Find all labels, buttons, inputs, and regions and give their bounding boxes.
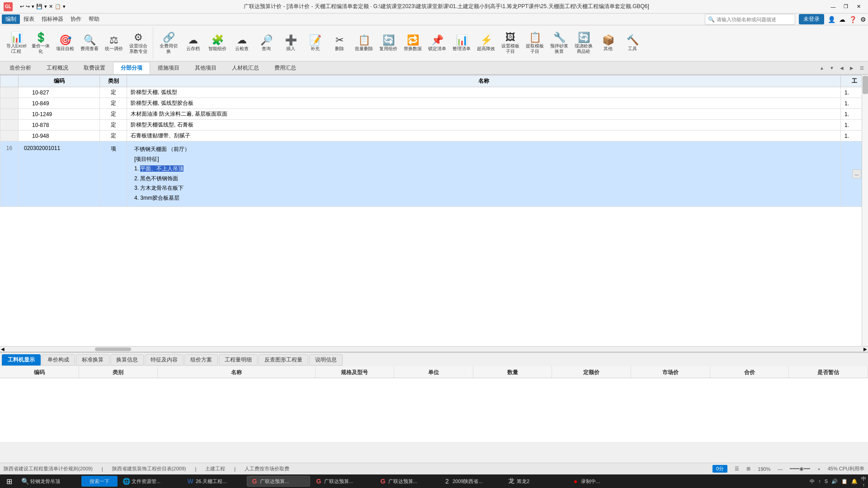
menu-report[interactable]: 报表 <box>20 14 38 24</box>
close-icon[interactable]: ✕ <box>49 4 53 9</box>
mortar-convert-button[interactable]: 🔧 预拌砂浆换算 <box>547 29 571 58</box>
save-dropdown[interactable]: ▾ <box>44 4 47 9</box>
nav-down-arrow[interactable]: ▼ <box>827 63 836 72</box>
user-icon[interactable]: 👤 <box>828 16 835 23</box>
taskbar-item-gld2[interactable]: G 广联达预算... <box>311 476 374 487</box>
taskbar-item-choulong[interactable]: 龙 筹龙2 <box>504 476 567 487</box>
undo-icon[interactable]: ↩ <box>20 4 24 9</box>
extract-template-button[interactable]: 📋 提取模板子目 <box>523 29 547 58</box>
sys-icon-volume[interactable]: 🔊 <box>831 479 838 484</box>
fee-switch-button[interactable]: 🔗 全费用切换 <box>157 29 180 58</box>
redo-icon[interactable]: ↪ <box>26 4 30 9</box>
tab-labor-materials[interactable]: 人材机汇总 <box>224 62 267 74</box>
sort-list-button[interactable]: 📊 整理清单 <box>450 29 473 58</box>
nav-up-arrow[interactable]: ▲ <box>817 63 826 72</box>
taskbar-item-gld1[interactable]: G 广联达预算... <box>247 476 310 487</box>
super-high-button[interactable]: ⚡ 超高降效 <box>474 29 498 58</box>
view-icon-grid[interactable]: ⊞ <box>746 466 750 472</box>
supplement-button[interactable]: 📝 补充 <box>303 29 327 58</box>
tab-fee-summary[interactable]: 费用汇总 <box>267 62 304 74</box>
tab-other-items[interactable]: 其他项目 <box>187 62 224 74</box>
main-scroll-thumb[interactable] <box>863 76 868 94</box>
cloud-icon[interactable]: ☁ <box>839 16 845 23</box>
import-excel-button[interactable]: 📊 导入Excel/工程 <box>5 29 28 58</box>
hscroll-thumb[interactable] <box>95 347 131 351</box>
sys-icon-bell[interactable]: 🔔 <box>851 479 858 484</box>
query-button[interactable]: 🔎 查询 <box>255 29 278 58</box>
start-button[interactable]: ⊞ <box>2 476 16 487</box>
zoom-in-button[interactable]: + <box>817 466 820 472</box>
taskbar-item-shaanxi[interactable]: 2 2009陕西省... <box>439 476 503 487</box>
taskbar-item-gld3[interactable]: G 广联达预算... <box>375 476 439 487</box>
btab-reverse-check[interactable]: 反查图形工程量 <box>259 354 308 366</box>
hscroll-left-arrow[interactable]: ◀ <box>1 347 5 352</box>
tools-button[interactable]: 🔨 工具 <box>621 29 644 58</box>
table-row-selected[interactable]: 16 020302001011 项 不锈钢天棚面 （前厅） [项目特征] 1. … <box>0 141 868 207</box>
menu-collaborate[interactable]: 协作 <box>67 14 85 24</box>
menu-help[interactable]: 帮助 <box>85 14 103 24</box>
minimize-button[interactable]: — <box>827 2 839 11</box>
nav-left-arrow[interactable]: ◀ <box>837 63 846 72</box>
nav-right-arrow[interactable]: ▶ <box>847 63 856 72</box>
btab-convert-info[interactable]: 换算信息 <box>110 354 144 366</box>
more-button[interactable]: ... <box>852 169 861 178</box>
horizontal-scrollbar[interactable]: ◀ ▶ <box>0 346 868 352</box>
cloud-save-button[interactable]: ☁ 云存档 <box>181 29 205 58</box>
tab-section-items[interactable]: 分部分项 <box>113 62 150 74</box>
search-input[interactable] <box>717 17 789 22</box>
maximize-button[interactable]: ❐ <box>840 2 852 11</box>
table-row[interactable]: 10-948 定 石膏板缝贴绷带、刮腻子 1. <box>0 131 868 141</box>
price-integrate-button[interactable]: 💲 量价一体化 <box>29 29 52 58</box>
main-vertical-scrollbar[interactable] <box>862 75 868 346</box>
lock-list-button[interactable]: 📌 锁定清单 <box>425 29 449 58</box>
btab-price-plan[interactable]: 组价方案 <box>184 354 218 366</box>
menu-indicator[interactable]: 指标神器 <box>38 14 67 24</box>
taskbar-item-record[interactable]: ● 录制中... <box>568 476 631 487</box>
taskbar-search-button[interactable]: 搜索一下 <box>81 476 118 487</box>
sys-icon-zh[interactable]: 中 <box>810 478 815 485</box>
btab-features[interactable]: 特征及内容 <box>145 354 184 366</box>
set-template-button[interactable]: 🖼 设置模板子目 <box>499 29 522 58</box>
insert-button[interactable]: ➕ 插入 <box>279 29 302 58</box>
login-button[interactable]: 未登录 <box>799 14 824 24</box>
btab-standard-convert[interactable]: 标准换算 <box>76 354 109 366</box>
cloud-check-button[interactable]: ☁ 云检查 <box>230 29 254 58</box>
other-button[interactable]: 📦 其他 <box>596 29 620 58</box>
qa-dropdown[interactable]: ▾ <box>32 4 34 9</box>
delete-button[interactable]: ✂ 删除 <box>328 29 351 58</box>
table-row[interactable]: 10-849 定 阶梯型天棚, 弧线型胶合板 1. <box>0 98 868 109</box>
zoom-slider[interactable]: ━━━◉━━ <box>790 466 810 472</box>
tab-project-overview[interactable]: 工程概况 <box>39 62 76 74</box>
settings-button[interactable]: ⚙ 设置综合系数专业 <box>127 29 150 58</box>
table-row[interactable]: 10-878 定 阶梯型天棚弧线型, 石膏板 1. <box>0 120 868 131</box>
fee-view-button[interactable]: 🔍 费用查看 <box>78 29 101 58</box>
self-check-button[interactable]: 🎯 项目自检 <box>53 29 77 58</box>
save-icon[interactable]: 💾 <box>36 4 42 9</box>
batch-delete-button[interactable]: 📋 批量删除 <box>352 29 376 58</box>
sys-icon-input[interactable]: S <box>825 479 828 484</box>
taskbar-item-search[interactable]: 🔍 轻钢龙骨吊顶 <box>17 476 80 487</box>
concrete-convert-button[interactable]: 🔄 现浇砼换商品砼 <box>572 29 595 58</box>
nav-menu-arrow[interactable]: ☰ <box>857 63 866 72</box>
view-icon-list[interactable]: ☰ <box>735 466 739 472</box>
hscroll-right-arrow[interactable]: ▶ <box>863 347 867 352</box>
btab-unit-price[interactable]: 单价构成 <box>42 354 75 366</box>
taskbar-item-word[interactable]: W 26.天棚工程... <box>183 476 246 487</box>
sys-icon-upload[interactable]: ↑ <box>818 479 821 484</box>
settings-icon[interactable]: ⚙ <box>860 16 866 23</box>
btab-materials-display[interactable]: 工料机显示 <box>2 354 41 366</box>
tab-fee-settings[interactable]: 取费设置 <box>76 62 113 74</box>
table-row[interactable]: 10-827 定 阶梯型天棚, 弧线型 1. <box>0 87 868 98</box>
function-search-box[interactable]: 🔍 <box>705 14 795 25</box>
clipboard-icon[interactable]: 📋 <box>55 4 61 9</box>
smart-price-button[interactable]: 🧩 智能组价 <box>206 29 229 58</box>
btab-quantity-detail[interactable]: 工程量明细 <box>219 354 258 366</box>
menu-edit[interactable]: 编制 <box>2 14 20 24</box>
unified-price-button[interactable]: ⚖ 统一调价 <box>102 29 126 58</box>
reuse-price-button[interactable]: 🔄 复用组价 <box>377 29 400 58</box>
close-button[interactable]: ✕ <box>853 2 864 11</box>
tab-cost-analysis[interactable]: 造价分析 <box>2 62 39 74</box>
help-icon[interactable]: ❓ <box>849 16 857 23</box>
replace-data-button[interactable]: 🔁 替换数据 <box>401 29 425 58</box>
tab-measures[interactable]: 措施项目 <box>150 62 187 74</box>
